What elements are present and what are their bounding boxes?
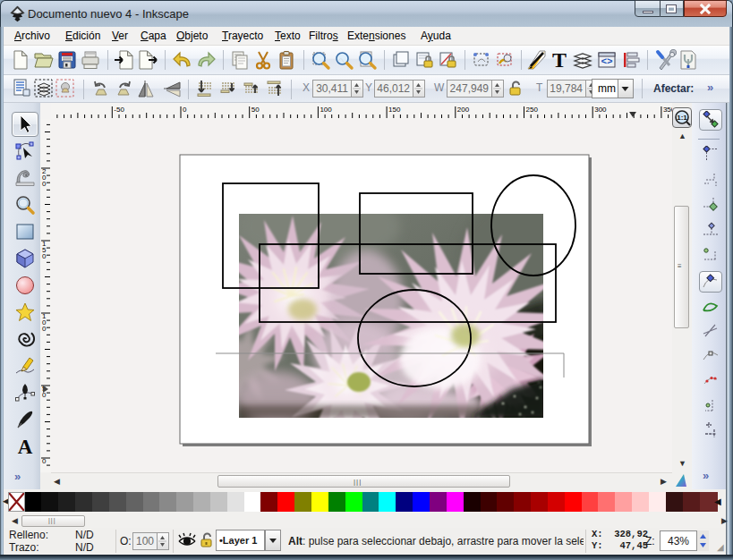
svg-text:0: 0 — [42, 180, 47, 188]
svg-text:A: A — [18, 436, 33, 457]
svg-text:50: 50 — [251, 106, 260, 114]
svg-text:150: 150 — [388, 106, 401, 114]
svg-text:-50: -50 — [114, 106, 124, 114]
svg-text:300: 300 — [594, 106, 607, 114]
svg-text:T: T — [552, 49, 567, 71]
svg-text:1:1: 1:1 — [677, 114, 687, 122]
svg-text:0: 0 — [42, 252, 47, 260]
svg-text:0: 0 — [42, 325, 47, 333]
svg-text:0: 0 — [42, 391, 47, 399]
svg-text:0: 0 — [42, 457, 47, 465]
svg-text:100: 100 — [320, 106, 332, 114]
svg-text:<>: <> — [601, 56, 613, 67]
svg-text:0: 0 — [183, 106, 187, 114]
svg-text:250: 250 — [526, 106, 539, 114]
svg-text:200: 200 — [457, 106, 470, 114]
